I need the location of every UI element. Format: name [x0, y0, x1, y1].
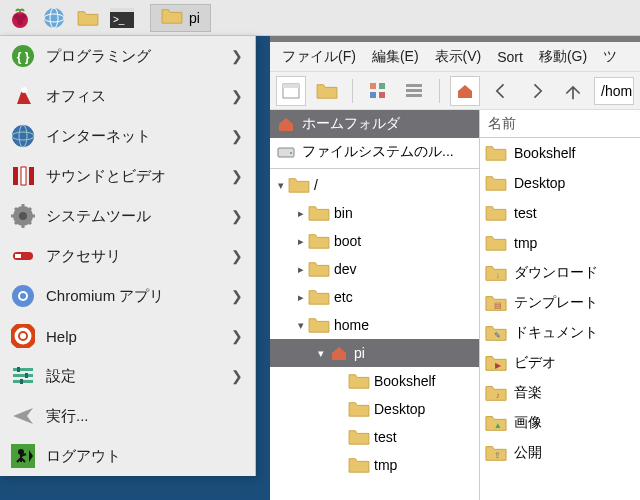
svg-rect-32	[25, 373, 28, 378]
file-row[interactable]: test	[480, 198, 640, 228]
svg-rect-17	[21, 167, 26, 185]
chevron-right-icon: ❯	[231, 288, 243, 304]
file-row[interactable]: ♪音楽	[480, 378, 640, 408]
folder-dl-icon: ↓	[484, 261, 508, 285]
svg-point-13	[12, 125, 34, 147]
menu-settings[interactable]: 設定 ❯	[0, 356, 255, 396]
menu-view[interactable]: 表示(V)	[429, 46, 488, 68]
tree-node[interactable]: Bookshelf	[270, 367, 479, 395]
expander-icon[interactable]: ▾	[294, 319, 308, 332]
expander-icon[interactable]: ▾	[314, 347, 328, 360]
tree-node[interactable]: ▾/	[270, 171, 479, 199]
view-list-button[interactable]	[399, 76, 429, 106]
tree-node[interactable]: ▾pi	[270, 339, 479, 367]
chevron-right-icon: ❯	[231, 168, 243, 184]
separator	[439, 79, 440, 103]
menu-sort[interactable]: Sort	[491, 47, 529, 67]
tree-label: etc	[334, 289, 353, 305]
accessory-icon	[10, 243, 36, 269]
menu-system-tools[interactable]: システムツール ❯	[0, 196, 255, 236]
file-row[interactable]: tmp	[480, 228, 640, 258]
terminal-icon[interactable]: >_	[106, 2, 138, 34]
tree-node[interactable]: ▸dev	[270, 255, 479, 283]
taskbar-app-label: pi	[189, 10, 200, 26]
file-row[interactable]: Bookshelf	[480, 138, 640, 168]
svg-text:✎: ✎	[494, 332, 501, 341]
tree-node[interactable]: tmp	[270, 451, 479, 479]
folder-mus-icon: ♪	[484, 381, 508, 405]
menu-accessories[interactable]: アクセサリ ❯	[0, 236, 255, 276]
expander-icon[interactable]: ▸	[294, 235, 308, 248]
tree-node[interactable]: Desktop	[270, 395, 479, 423]
menu-logout[interactable]: ログアウト	[0, 436, 255, 476]
back-button[interactable]	[486, 76, 516, 106]
menu-sound-video[interactable]: サウンドとビデオ ❯	[0, 156, 255, 196]
tree-label: boot	[334, 233, 361, 249]
svg-rect-8	[110, 8, 134, 12]
tree-node[interactable]: ▸bin	[270, 199, 479, 227]
path-input[interactable]: /hom	[594, 77, 634, 105]
expander-icon[interactable]: ▸	[294, 263, 308, 276]
file-row[interactable]: ▲画像	[480, 408, 640, 438]
svg-point-1	[14, 14, 20, 20]
file-row[interactable]: ↓ダウンロード	[480, 258, 640, 288]
svg-rect-38	[370, 83, 376, 89]
menu-label: システムツール	[46, 207, 231, 226]
tree-node[interactable]: ▸etc	[270, 283, 479, 311]
file-label: Bookshelf	[514, 145, 575, 161]
folder-icon	[308, 230, 330, 252]
disk-icon	[276, 142, 296, 162]
taskbar-active-app[interactable]: pi	[150, 4, 211, 32]
tree-label: Bookshelf	[374, 373, 435, 389]
file-label: 音楽	[514, 384, 542, 402]
up-button[interactable]	[558, 76, 588, 106]
menu-run[interactable]: 実行...	[0, 396, 255, 436]
browser-icon[interactable]	[38, 2, 70, 34]
raspberry-menu-icon[interactable]	[4, 2, 36, 34]
taskbar: >_ pi	[0, 0, 640, 36]
menu-tools[interactable]: ツ	[597, 46, 623, 68]
file-row[interactable]: ▤テンプレート	[480, 288, 640, 318]
place-home[interactable]: ホームフォルダ	[270, 110, 479, 138]
help-icon	[10, 323, 36, 349]
expander-icon[interactable]: ▾	[274, 179, 288, 192]
file-label: 公開	[514, 444, 542, 462]
menu-chromium[interactable]: Chromium アプリ ❯	[0, 276, 255, 316]
view-icons-button[interactable]	[363, 76, 393, 106]
menu-go[interactable]: 移動(G)	[533, 46, 593, 68]
new-tab-button[interactable]	[276, 76, 306, 106]
file-row[interactable]: Desktop	[480, 168, 640, 198]
menu-office[interactable]: オフィス ❯	[0, 76, 255, 116]
tree-node[interactable]: ▸boot	[270, 227, 479, 255]
menu-edit[interactable]: 編集(E)	[366, 46, 425, 68]
column-header-name[interactable]: 名前	[480, 110, 640, 138]
file-row[interactable]: ⇪公開	[480, 438, 640, 468]
file-row[interactable]: ▶ビデオ	[480, 348, 640, 378]
tree-label: dev	[334, 261, 357, 277]
file-row[interactable]: ✎ドキュメント	[480, 318, 640, 348]
tree-node[interactable]: test	[270, 423, 479, 451]
expander-icon[interactable]: ▸	[294, 291, 308, 304]
menu-help[interactable]: Help ❯	[0, 316, 255, 356]
separator	[270, 168, 479, 169]
menu-label: 実行...	[46, 407, 243, 426]
svg-text:▲: ▲	[494, 422, 502, 431]
fm-content: 名前 BookshelfDesktoptesttmp↓ダウンロード▤テンプレート…	[480, 110, 640, 500]
tree-label: Desktop	[374, 401, 425, 417]
file-label: test	[514, 205, 537, 221]
home-button[interactable]	[450, 76, 480, 106]
menu-file[interactable]: ファイル(F)	[276, 46, 362, 68]
expander-icon[interactable]: ▸	[294, 207, 308, 220]
menu-programming[interactable]: { } プログラミング ❯	[0, 36, 255, 76]
forward-button[interactable]	[522, 76, 552, 106]
place-filesystem[interactable]: ファイルシステムのル...	[270, 138, 479, 166]
filemanager-icon[interactable]	[72, 2, 104, 34]
menu-label: 設定	[46, 367, 231, 386]
folder-tpl-icon: ▤	[484, 291, 508, 315]
menu-internet[interactable]: インターネット ❯	[0, 116, 255, 156]
tree-node[interactable]: ▾home	[270, 311, 479, 339]
new-folder-button[interactable]	[312, 76, 342, 106]
run-icon	[10, 403, 36, 429]
menu-label: ログアウト	[46, 447, 243, 466]
svg-rect-39	[379, 83, 385, 89]
